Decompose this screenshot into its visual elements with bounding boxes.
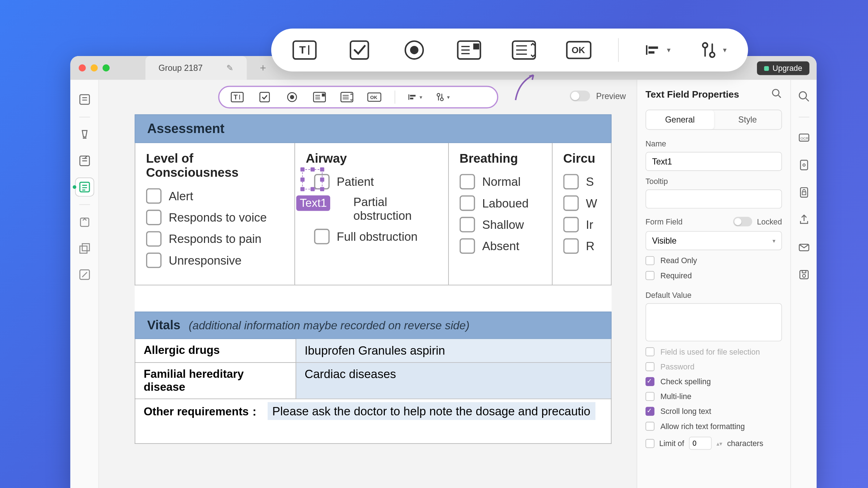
share-rail-icon[interactable] (797, 213, 811, 227)
highlight-icon[interactable] (75, 126, 93, 144)
dropdown-tool-icon[interactable] (454, 38, 485, 63)
annotations-icon[interactable] (75, 152, 93, 170)
thumbnails-icon[interactable] (75, 90, 93, 108)
selection-handles[interactable] (302, 169, 323, 189)
minimize-window-button[interactable] (90, 64, 98, 72)
checkbox-input[interactable] (460, 196, 475, 211)
lock-rail-icon[interactable] (797, 185, 811, 200)
checkbox-input[interactable] (563, 217, 579, 232)
checkbox-label: Alert (169, 189, 193, 203)
checkbox-input[interactable] (460, 174, 475, 189)
checkbox-label: W (586, 196, 597, 210)
default-value-label: Default Value (646, 291, 782, 300)
checkbox-row: R (563, 238, 604, 254)
checkbox-label: S (586, 175, 594, 189)
checkbox-input[interactable] (460, 217, 475, 232)
sidebar-divider (79, 117, 90, 117)
search-rail-icon[interactable] (797, 89, 811, 104)
selected-field-label[interactable]: Text1 (296, 196, 331, 211)
active-indicator (73, 185, 76, 189)
rich-text-checkbox[interactable]: Allow rich text formatting (646, 422, 782, 431)
save-rail-icon[interactable] (797, 267, 811, 282)
upgrade-button[interactable]: Upgrade (757, 61, 809, 75)
preview-switch[interactable] (570, 90, 590, 101)
upgrade-label: Upgrade (773, 64, 802, 73)
checkbox-tool-icon[interactable] (344, 38, 375, 63)
stepper-icon[interactable]: ▴▾ (716, 440, 722, 446)
new-tab-button[interactable]: + (254, 62, 272, 74)
limit-row: Limit of ▴▾ characters (646, 437, 782, 450)
limit-checkbox[interactable] (646, 439, 655, 448)
default-value-input[interactable] (646, 303, 782, 341)
limit-input[interactable] (689, 437, 712, 450)
locked-toggle[interactable] (733, 217, 752, 226)
readonly-label: Read Only (660, 256, 697, 265)
callout-arrow (510, 70, 545, 106)
button-tool-small-icon[interactable]: OK (367, 90, 382, 104)
checkbox-input[interactable] (146, 210, 162, 225)
tooltip-input[interactable] (646, 189, 782, 209)
form-tools-icon[interactable]: ▾ (697, 38, 728, 63)
checkbox-input[interactable] (563, 196, 579, 211)
align-tool-small-icon[interactable]: ▾ (408, 90, 423, 104)
checkbox-input[interactable] (460, 238, 475, 254)
checkbox-tool-small-icon[interactable] (258, 90, 272, 104)
text-field-tool-small-icon[interactable]: T (230, 90, 244, 104)
file-selection-checkbox[interactable]: Field is used for file selection (646, 347, 782, 356)
other-req-value[interactable]: Please ask the doctor to help note the d… (268, 402, 595, 420)
name-input[interactable] (646, 152, 782, 171)
form-tools-small-icon[interactable]: ▾ (436, 90, 450, 104)
checkbox-input[interactable] (314, 229, 329, 244)
name-label: Name (646, 140, 782, 149)
button-tool-icon[interactable]: OK (563, 38, 594, 63)
checkbox-input[interactable] (563, 238, 579, 254)
vitals-title: Vitals (147, 318, 180, 333)
radio-tool-icon[interactable] (399, 38, 430, 63)
form-field-row: Form Field Locked (646, 217, 782, 226)
page-rail-icon[interactable] (797, 158, 811, 172)
maximize-window-button[interactable] (102, 64, 110, 72)
limit-suffix: characters (727, 439, 763, 448)
mail-rail-icon[interactable] (797, 240, 811, 254)
check-spelling-checkbox[interactable]: Check spelling (646, 377, 782, 386)
checkbox-label: Partial obstruction (353, 196, 441, 223)
search-icon[interactable] (771, 88, 782, 99)
required-checkbox[interactable]: Required (646, 271, 782, 280)
svg-rect-71 (802, 270, 805, 273)
tab-title: Group 2187 (158, 63, 203, 73)
edit-tab-icon[interactable]: ✎ (226, 63, 234, 73)
document-tab[interactable]: Group 2187 ✎ (145, 56, 247, 80)
align-tool-icon[interactable]: ▾ (643, 38, 674, 63)
sidebar-tool-icon[interactable] (75, 266, 93, 283)
tab-general[interactable]: General (646, 110, 714, 129)
readonly-checkbox[interactable]: Read Only (646, 256, 782, 265)
checkbox-label: Patient (337, 175, 374, 189)
vitals-row-value[interactable]: Cardiac diseases (296, 363, 611, 399)
ocr-rail-icon[interactable]: OCR (797, 130, 811, 145)
layers-icon[interactable] (75, 239, 93, 257)
vitals-row: Familial hereditary disease Cardiac dise… (135, 363, 611, 399)
checkbox-label: Normal (482, 175, 520, 189)
visibility-select[interactable]: Visible ▾ (646, 231, 782, 250)
checkbox-input[interactable] (146, 231, 162, 247)
dropdown-tool-small-icon[interactable] (312, 90, 327, 104)
close-window-button[interactable] (79, 64, 86, 72)
checkbox-input[interactable] (563, 174, 579, 189)
form-fields-icon[interactable] (75, 178, 93, 196)
radio-tool-small-icon[interactable] (285, 90, 299, 104)
listbox-tool-icon[interactable] (509, 38, 540, 63)
text-field-tool-icon[interactable]: T (289, 38, 320, 63)
tab-style[interactable]: Style (714, 110, 781, 129)
password-checkbox[interactable]: Password (646, 362, 782, 371)
vitals-header: Vitals (additional information maybe rec… (135, 312, 611, 339)
assessment-column: Circu S W Ir R (553, 143, 611, 285)
multiline-checkbox[interactable]: Multi-line (646, 392, 782, 401)
attachments-icon[interactable] (75, 213, 93, 231)
vitals-row-value[interactable]: Ibuprofen Granules aspirin (296, 339, 611, 362)
file-selection-label: Field is used for file selection (660, 347, 760, 356)
checkbox-label: Full obstruction (337, 230, 418, 243)
scroll-long-checkbox[interactable]: Scroll long text (646, 407, 782, 416)
checkbox-input[interactable] (146, 253, 162, 268)
checkbox-input[interactable] (146, 188, 162, 204)
listbox-tool-small-icon[interactable] (340, 90, 354, 104)
